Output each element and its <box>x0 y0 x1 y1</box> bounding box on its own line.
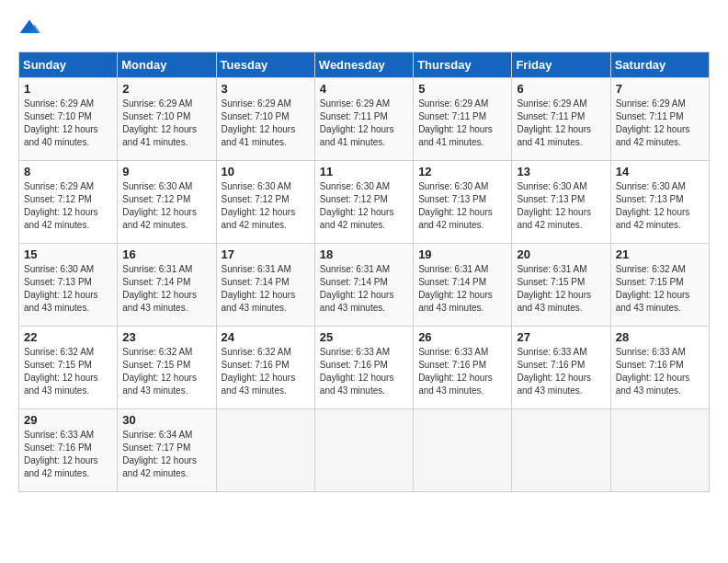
calendar-cell: 25Sunrise: 6:33 AMSunset: 7:16 PMDayligh… <box>314 327 413 409</box>
day-number: 11 <box>320 165 408 178</box>
day-number: 27 <box>517 330 605 344</box>
day-number: 24 <box>222 330 310 344</box>
calendar-cell: 27Sunrise: 6:33 AMSunset: 7:16 PMDayligh… <box>512 327 610 409</box>
day-info: Sunrise: 6:29 AMSunset: 7:11 PMDaylight:… <box>616 98 704 149</box>
day-number: 15 <box>24 247 112 261</box>
calendar-cell: 21Sunrise: 6:32 AMSunset: 7:15 PMDayligh… <box>610 244 709 327</box>
day-number: 10 <box>222 165 310 178</box>
day-number: 30 <box>122 413 210 427</box>
calendar-cell: 10Sunrise: 6:30 AMSunset: 7:12 PMDayligh… <box>216 161 314 244</box>
calendar-cell: 18Sunrise: 6:31 AMSunset: 7:14 PMDayligh… <box>314 244 413 327</box>
day-number: 22 <box>24 330 112 344</box>
calendar-cell: 13Sunrise: 6:30 AMSunset: 7:13 PMDayligh… <box>512 161 610 244</box>
day-number: 23 <box>122 330 210 344</box>
calendar-cell: 14Sunrise: 6:30 AMSunset: 7:13 PMDayligh… <box>610 161 709 244</box>
day-number: 3 <box>222 82 310 96</box>
weekday-header-thursday: Thursday <box>414 52 512 78</box>
day-number: 21 <box>616 247 704 261</box>
calendar-cell <box>414 409 512 492</box>
header <box>18 18 710 40</box>
day-number: 17 <box>222 247 310 261</box>
calendar-cell: 9Sunrise: 6:30 AMSunset: 7:12 PMDaylight… <box>118 161 216 244</box>
day-number: 20 <box>517 247 605 261</box>
calendar-cell: 15Sunrise: 6:30 AMSunset: 7:13 PMDayligh… <box>19 244 118 327</box>
weekday-header-monday: Monday <box>118 52 216 78</box>
calendar-cell: 20Sunrise: 6:31 AMSunset: 7:15 PMDayligh… <box>512 244 610 327</box>
calendar-cell: 8Sunrise: 6:29 AMSunset: 7:12 PMDaylight… <box>19 161 118 244</box>
day-info: Sunrise: 6:31 AMSunset: 7:15 PMDaylight:… <box>517 263 605 315</box>
calendar-cell: 23Sunrise: 6:32 AMSunset: 7:15 PMDayligh… <box>118 327 216 409</box>
weekday-header-sunday: Sunday <box>19 52 118 78</box>
day-number: 6 <box>517 82 605 96</box>
calendar-cell: 5Sunrise: 6:29 AMSunset: 7:11 PMDaylight… <box>414 78 512 161</box>
day-info: Sunrise: 6:29 AMSunset: 7:11 PMDaylight:… <box>517 98 605 149</box>
logo-image <box>18 18 40 40</box>
day-info: Sunrise: 6:33 AMSunset: 7:16 PMDaylight:… <box>616 346 704 397</box>
calendar-cell: 6Sunrise: 6:29 AMSunset: 7:11 PMDaylight… <box>512 78 610 161</box>
day-info: Sunrise: 6:32 AMSunset: 7:15 PMDaylight:… <box>616 263 704 315</box>
day-number: 5 <box>418 82 506 96</box>
calendar-cell <box>314 409 413 492</box>
day-info: Sunrise: 6:32 AMSunset: 7:15 PMDaylight:… <box>24 346 112 397</box>
calendar-cell: 7Sunrise: 6:29 AMSunset: 7:11 PMDaylight… <box>610 78 709 161</box>
weekday-header-saturday: Saturday <box>610 52 709 78</box>
day-number: 8 <box>24 165 112 178</box>
calendar-cell: 29Sunrise: 6:33 AMSunset: 7:16 PMDayligh… <box>19 409 118 492</box>
calendar-cell: 3Sunrise: 6:29 AMSunset: 7:10 PMDaylight… <box>216 78 314 161</box>
day-info: Sunrise: 6:30 AMSunset: 7:13 PMDaylight:… <box>24 263 112 315</box>
day-info: Sunrise: 6:34 AMSunset: 7:17 PMDaylight:… <box>122 429 210 480</box>
day-info: Sunrise: 6:31 AMSunset: 7:14 PMDaylight:… <box>122 263 210 315</box>
day-info: Sunrise: 6:31 AMSunset: 7:14 PMDaylight:… <box>320 263 408 315</box>
day-info: Sunrise: 6:29 AMSunset: 7:10 PMDaylight:… <box>122 98 210 149</box>
week-row-1: 1Sunrise: 6:29 AMSunset: 7:10 PMDaylight… <box>19 78 710 161</box>
day-number: 1 <box>24 82 112 96</box>
calendar-cell: 17Sunrise: 6:31 AMSunset: 7:14 PMDayligh… <box>216 244 314 327</box>
calendar-cell: 24Sunrise: 6:32 AMSunset: 7:16 PMDayligh… <box>216 327 314 409</box>
calendar-cell: 19Sunrise: 6:31 AMSunset: 7:14 PMDayligh… <box>414 244 512 327</box>
calendar-cell: 22Sunrise: 6:32 AMSunset: 7:15 PMDayligh… <box>19 327 118 409</box>
day-number: 13 <box>517 165 605 178</box>
day-info: Sunrise: 6:29 AMSunset: 7:12 PMDaylight:… <box>24 180 112 232</box>
day-info: Sunrise: 6:30 AMSunset: 7:12 PMDaylight:… <box>222 180 310 232</box>
day-number: 18 <box>320 247 408 261</box>
day-number: 14 <box>616 165 704 178</box>
logo <box>18 18 44 40</box>
calendar-cell: 16Sunrise: 6:31 AMSunset: 7:14 PMDayligh… <box>118 244 216 327</box>
calendar-cell: 26Sunrise: 6:33 AMSunset: 7:16 PMDayligh… <box>414 327 512 409</box>
day-info: Sunrise: 6:30 AMSunset: 7:13 PMDaylight:… <box>418 180 506 232</box>
day-info: Sunrise: 6:31 AMSunset: 7:14 PMDaylight:… <box>418 263 506 315</box>
day-info: Sunrise: 6:32 AMSunset: 7:15 PMDaylight:… <box>122 346 210 397</box>
day-info: Sunrise: 6:29 AMSunset: 7:10 PMDaylight:… <box>222 98 310 149</box>
day-info: Sunrise: 6:30 AMSunset: 7:13 PMDaylight:… <box>517 180 605 232</box>
day-number: 4 <box>320 82 408 96</box>
day-number: 19 <box>418 247 506 261</box>
week-row-3: 15Sunrise: 6:30 AMSunset: 7:13 PMDayligh… <box>19 244 710 327</box>
calendar-cell: 1Sunrise: 6:29 AMSunset: 7:10 PMDaylight… <box>19 78 118 161</box>
calendar-cell <box>216 409 314 492</box>
day-number: 29 <box>24 413 112 427</box>
calendar-cell: 11Sunrise: 6:30 AMSunset: 7:12 PMDayligh… <box>314 161 413 244</box>
day-info: Sunrise: 6:29 AMSunset: 7:10 PMDaylight:… <box>24 98 112 149</box>
day-info: Sunrise: 6:32 AMSunset: 7:16 PMDaylight:… <box>222 346 310 397</box>
day-info: Sunrise: 6:33 AMSunset: 7:16 PMDaylight:… <box>517 346 605 397</box>
day-number: 16 <box>122 247 210 261</box>
day-info: Sunrise: 6:30 AMSunset: 7:12 PMDaylight:… <box>320 180 408 232</box>
day-number: 28 <box>616 330 704 344</box>
day-info: Sunrise: 6:31 AMSunset: 7:14 PMDaylight:… <box>222 263 310 315</box>
day-number: 7 <box>616 82 704 96</box>
day-info: Sunrise: 6:30 AMSunset: 7:13 PMDaylight:… <box>616 180 704 232</box>
day-number: 12 <box>418 165 506 178</box>
weekday-header-friday: Friday <box>512 52 610 78</box>
day-info: Sunrise: 6:33 AMSunset: 7:16 PMDaylight:… <box>320 346 408 397</box>
weekday-header-tuesday: Tuesday <box>216 52 314 78</box>
calendar-cell <box>512 409 610 492</box>
day-info: Sunrise: 6:29 AMSunset: 7:11 PMDaylight:… <box>418 98 506 149</box>
day-number: 2 <box>122 82 210 96</box>
week-row-4: 22Sunrise: 6:32 AMSunset: 7:15 PMDayligh… <box>19 327 710 409</box>
calendar-table: SundayMondayTuesdayWednesdayThursdayFrid… <box>18 52 710 492</box>
week-row-5: 29Sunrise: 6:33 AMSunset: 7:16 PMDayligh… <box>19 409 710 492</box>
day-info: Sunrise: 6:30 AMSunset: 7:12 PMDaylight:… <box>122 180 210 232</box>
week-row-2: 8Sunrise: 6:29 AMSunset: 7:12 PMDaylight… <box>19 161 710 244</box>
day-number: 26 <box>418 330 506 344</box>
day-number: 9 <box>122 165 210 178</box>
